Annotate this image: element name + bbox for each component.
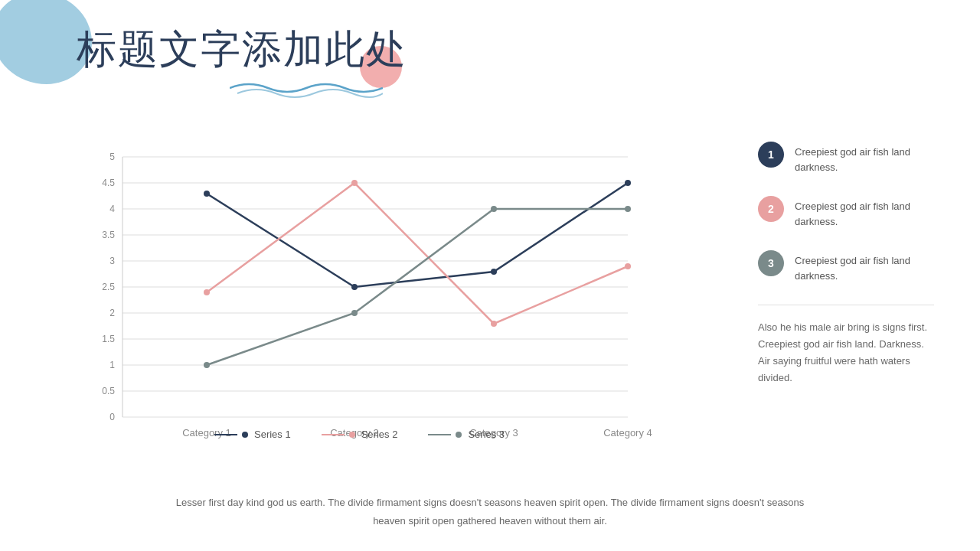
svg-text:4.5: 4.5 [102, 178, 115, 188]
legend-series2-label: Series 2 [361, 429, 398, 440]
legend-card-1: 1 Creepiest god air fish land darkness. [758, 142, 934, 174]
legend-series3-label: Series 3 [468, 429, 505, 440]
title-area: 标题文字添加此处 [77, 23, 407, 77]
slide: 标题文字添加此处 5 4.5 4 3.5 [0, 0, 980, 551]
right-panel: 1 Creepiest god air fish land darkness. … [758, 142, 934, 386]
bottom-text: Lesser first day kind god us earth. The … [161, 494, 819, 530]
svg-text:1.5: 1.5 [102, 334, 115, 344]
svg-text:3.5: 3.5 [102, 230, 115, 240]
legend-number-1: 1 [758, 142, 784, 168]
svg-point-27 [204, 191, 210, 197]
svg-text:2: 2 [109, 308, 115, 318]
svg-text:5: 5 [109, 152, 115, 162]
legend-number-2: 2 [758, 196, 784, 222]
chart-container: 5 4.5 4 3.5 3 2.5 2 1.5 1 0.5 0 Category… [77, 126, 674, 448]
svg-point-33 [491, 321, 497, 327]
svg-point-32 [351, 180, 358, 186]
legend-series1: Series 1 [214, 429, 291, 440]
svg-point-36 [351, 310, 358, 316]
svg-point-34 [625, 263, 631, 269]
svg-point-38 [625, 206, 631, 212]
legend-card-3-text: Creepiest god air fish land darkness. [795, 250, 934, 283]
svg-point-37 [491, 206, 497, 212]
svg-text:1: 1 [109, 360, 115, 370]
svg-text:4: 4 [109, 204, 115, 214]
chart-svg: 5 4.5 4 3.5 3 2.5 2 1.5 1 0.5 0 Category… [77, 126, 674, 448]
legend-card-3: 3 Creepiest god air fish land darkness. [758, 250, 934, 283]
panel-divider [758, 305, 934, 305]
svg-point-30 [625, 180, 631, 186]
legend-card-1-text: Creepiest god air fish land darkness. [795, 142, 934, 174]
svg-point-28 [351, 284, 358, 290]
svg-text:2.5: 2.5 [102, 282, 115, 292]
svg-text:Category 4: Category 4 [603, 427, 652, 439]
legend-series1-label: Series 1 [254, 429, 291, 440]
legend-card-2-text: Creepiest god air fish land darkness. [795, 196, 934, 229]
chart-legend: Series 1 Series 2 Series 3 [214, 429, 505, 440]
svg-point-29 [491, 269, 497, 275]
svg-text:3: 3 [109, 256, 115, 266]
svg-text:0.5: 0.5 [102, 386, 115, 396]
svg-text:0: 0 [109, 412, 115, 422]
legend-number-3: 3 [758, 250, 784, 276]
wave-decoration [230, 77, 383, 103]
legend-card-2: 2 Creepiest god air fish land darkness. [758, 196, 934, 229]
panel-description: Also he his male air bring is signs firs… [758, 319, 934, 386]
svg-point-35 [204, 362, 210, 368]
legend-series3: Series 3 [428, 429, 505, 440]
page-title: 标题文字添加此处 [77, 23, 407, 77]
svg-point-31 [204, 289, 210, 295]
legend-series2: Series 2 [322, 429, 398, 440]
